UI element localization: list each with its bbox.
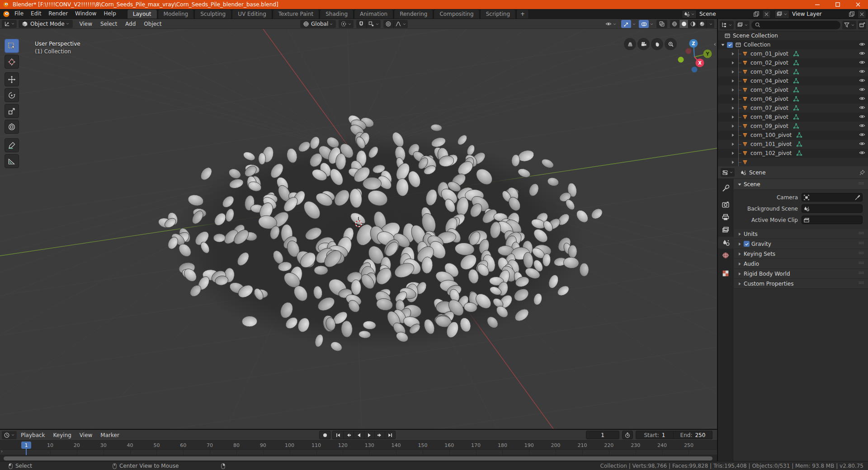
active-movie-clip-field[interactable] — [802, 216, 863, 224]
navigation-axis-gizmo[interactable]: ZYX — [672, 33, 715, 81]
panel-grip-icon[interactable] — [858, 230, 864, 238]
disclosure-right-icon[interactable] — [731, 141, 735, 147]
menu-edit[interactable]: Edit — [27, 10, 45, 17]
outliner-filter-dropdown[interactable] — [842, 21, 856, 29]
panel-grip-icon[interactable] — [858, 270, 864, 277]
timeline-ruler[interactable]: 1102030405060708090100110120130140150160… — [0, 441, 717, 450]
panel-grip-icon[interactable] — [858, 250, 864, 258]
prev-keyframe-button[interactable] — [343, 431, 354, 439]
scene-selector-browse-button[interactable] — [682, 10, 697, 19]
view-layer-name-field[interactable]: View Layer — [789, 10, 858, 19]
collection-checkbox[interactable] — [727, 42, 733, 48]
eye-icon[interactable] — [859, 132, 865, 138]
outliner-row-collection[interactable]: Collection — [718, 40, 868, 49]
workspace-tab-modeling[interactable]: Modeling — [158, 9, 194, 19]
nav-grid-button[interactable] — [624, 38, 636, 50]
background-scene-field[interactable] — [802, 204, 863, 213]
shading-dropdown[interactable] — [706, 20, 714, 28]
nav-camera-button[interactable] — [637, 38, 650, 50]
next-keyframe-button[interactable] — [374, 431, 385, 439]
panel-custom-properties[interactable]: Custom Properties — [734, 279, 868, 289]
preview-range-button[interactable] — [622, 431, 633, 439]
timeline-menu-playback[interactable]: Playback — [17, 432, 49, 438]
shading-solid-button[interactable] — [679, 20, 688, 28]
tool-cursor-button[interactable] — [5, 55, 19, 69]
tool-select-box-button[interactable] — [5, 39, 19, 53]
panel-grip-icon[interactable] — [858, 180, 864, 188]
disclosure-right-icon[interactable] — [731, 123, 735, 129]
outliner-row-object[interactable]: corn_05_pivot — [718, 85, 868, 94]
visibility-eye-toggle[interactable] — [859, 68, 865, 76]
outliner-row-object[interactable]: corn_100_pivot — [718, 131, 868, 140]
tool-rotate-button[interactable] — [5, 88, 19, 102]
scene-name-field[interactable]: Scene — [697, 10, 763, 19]
pivot-point-dropdown[interactable] — [339, 20, 354, 28]
panel-units[interactable]: Units — [734, 229, 868, 239]
overlays-dropdown[interactable] — [639, 20, 654, 28]
disclosure-right-icon[interactable] — [731, 132, 735, 138]
viewport-menu-select[interactable]: Select — [96, 21, 121, 27]
camera-field[interactable] — [802, 193, 863, 202]
timeline-track[interactable] — [0, 450, 717, 455]
blender-menu-icon[interactable] — [3, 10, 10, 18]
outliner-row-object[interactable]: corn_08_pivot — [718, 113, 868, 122]
eye-icon[interactable] — [859, 68, 865, 75]
properties-tab-render[interactable] — [718, 199, 733, 211]
workspace-tab-texture-paint[interactable]: Texture Paint — [273, 9, 319, 19]
eye-icon[interactable] — [859, 104, 865, 111]
panel-audio[interactable]: Audio — [734, 259, 868, 269]
visibility-eye-toggle[interactable] — [859, 95, 865, 103]
viewport-3d[interactable]: User Perspective (1) Collection ZYX ‹ — [0, 29, 717, 429]
eye-icon[interactable] — [859, 141, 865, 147]
workspace-tab-uv-editing[interactable]: UV Editing — [232, 9, 272, 19]
copy-icon[interactable] — [753, 11, 760, 17]
outliner-row-object[interactable]: corn_06_pivot — [718, 94, 868, 103]
viewport-menu-view[interactable]: View — [75, 21, 96, 27]
timeline-menu-view[interactable]: View — [75, 432, 96, 438]
playhead[interactable] — [26, 448, 27, 455]
visibility-eye-toggle[interactable] — [859, 104, 865, 112]
workspace-tab-layout[interactable]: Layout — [127, 9, 157, 19]
viewport-menu-object[interactable]: Object — [140, 21, 165, 27]
frame-start-field[interactable]: Start:1 — [636, 431, 674, 439]
menu-window[interactable]: Window — [71, 10, 100, 17]
properties-tab-texture[interactable] — [718, 268, 733, 279]
panel-gravity[interactable]: Gravity — [734, 239, 868, 249]
menu-render[interactable]: Render — [45, 10, 71, 17]
outliner-filter-mode-dropdown[interactable] — [736, 21, 750, 29]
disclosure-right-icon[interactable] — [731, 60, 735, 66]
shading-wireframe-button[interactable] — [670, 20, 679, 28]
maximize-button[interactable] — [827, 0, 848, 9]
sidebar-collapse-arrow[interactable]: ‹ — [714, 41, 716, 47]
disclosure-right-icon[interactable] — [731, 105, 735, 111]
visibility-eye-toggle[interactable] — [859, 77, 865, 85]
close-button[interactable] — [848, 0, 868, 9]
frame-end-field[interactable]: End:250 — [674, 431, 712, 439]
snap-target-dropdown[interactable] — [366, 20, 381, 28]
tool-move-button[interactable] — [5, 72, 19, 86]
panel-grip-icon[interactable] — [858, 240, 864, 248]
timeline-editor-type-button[interactable] — [2, 431, 17, 439]
visibility-eye-toggle[interactable] — [859, 59, 865, 67]
workspace-tab-compositing[interactable]: Compositing — [434, 9, 479, 19]
outliner-row-object[interactable]: corn_01_pivot — [718, 49, 868, 58]
play-reverse-button[interactable] — [354, 431, 364, 439]
view-layer-remove-button[interactable] — [858, 10, 866, 19]
add-workspace-button[interactable]: + — [516, 9, 529, 19]
gizmos-dropdown[interactable] — [621, 20, 636, 28]
visibility-eye-toggle[interactable] — [859, 50, 865, 58]
current-frame-field[interactable]: 1 — [586, 431, 619, 439]
outliner-row-object[interactable]: corn_102_pivot — [718, 149, 868, 158]
eye-icon[interactable] — [859, 150, 865, 156]
disclosure-right-icon[interactable] — [731, 78, 735, 84]
eye-icon[interactable] — [859, 50, 865, 56]
properties-tab-world[interactable] — [718, 249, 733, 261]
visibility-eye-toggle[interactable] — [859, 122, 865, 130]
auto-keying-button[interactable] — [320, 431, 330, 439]
disclosure-right-icon[interactable] — [731, 150, 735, 156]
outliner-row-object[interactable]: corn_03_pivot — [718, 67, 868, 76]
snap-toggle[interactable] — [356, 20, 366, 28]
jump-start-button[interactable] — [333, 431, 343, 439]
disclosure-right-icon[interactable] — [731, 69, 735, 75]
disclosure-right-icon[interactable] — [731, 114, 735, 120]
